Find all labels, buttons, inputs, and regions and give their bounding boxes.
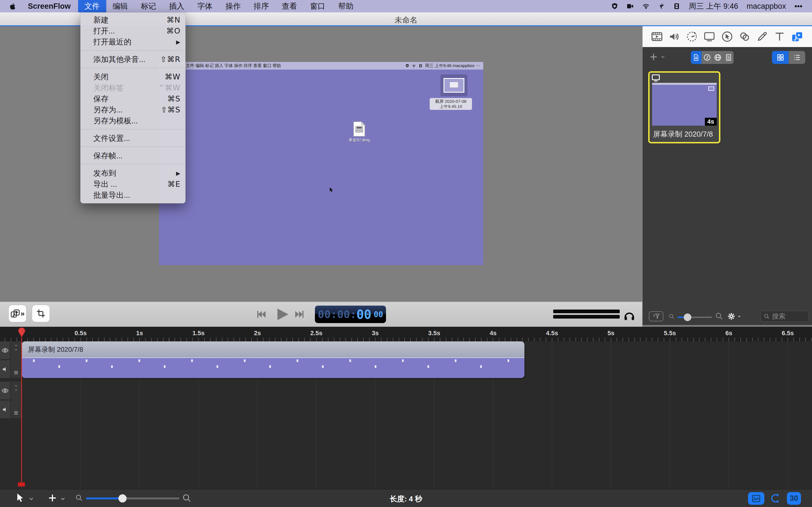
- menu-window[interactable]: 窗口: [304, 0, 332, 12]
- tab-touch-callout[interactable]: [739, 31, 751, 43]
- menu-actions[interactable]: 操作: [219, 0, 247, 12]
- show-media-library-button[interactable]: »: [8, 305, 27, 322]
- grid-view-button[interactable]: [772, 51, 789, 64]
- crop-button[interactable]: [32, 305, 50, 322]
- menu-font[interactable]: 字体: [191, 0, 219, 12]
- tab-annotations[interactable]: [756, 31, 768, 43]
- add-media-button[interactable]: [649, 52, 666, 62]
- zoom-in-icon[interactable]: [715, 312, 723, 320]
- shield-icon[interactable]: [611, 3, 618, 10]
- timeline-ruler[interactable]: 0.5s 1s 1.5s 2s 2.5s 3s 3.5s 4s 4.5s 5s …: [0, 327, 812, 341]
- eye-icon: [1, 387, 9, 394]
- list-view-button[interactable]: [789, 51, 805, 64]
- plus-icon: [649, 52, 658, 62]
- playhead-line[interactable]: [21, 330, 22, 484]
- canvas-preview[interactable]: ScreenFlow 文件 编辑 标记 插入 字体 操作 排序 查看 窗口 帮助…: [159, 62, 483, 265]
- chevron-down-icon: [660, 54, 666, 60]
- user-name[interactable]: macappbox: [747, 2, 786, 11]
- menu-item-save-as-template[interactable]: 另存为模板...: [80, 115, 186, 126]
- show-thumbnails-button[interactable]: [748, 492, 764, 505]
- menu-view[interactable]: 查看: [275, 0, 304, 12]
- menu-item-new[interactable]: 新建⌘N: [80, 14, 186, 25]
- menu-app-name[interactable]: ScreenFlow: [20, 2, 78, 11]
- tab-video-motion[interactable]: [686, 31, 698, 43]
- track1-mute-toggle[interactable]: [0, 360, 10, 378]
- apple-menu[interactable]: [10, 3, 17, 10]
- tab-screen-recording[interactable]: [703, 31, 715, 43]
- bird-icon[interactable]: [658, 3, 665, 10]
- framerate-button[interactable]: 30: [787, 492, 801, 505]
- tab-media-library[interactable]: [791, 31, 804, 43]
- chevron-down-icon[interactable]: [13, 388, 18, 392]
- menu-separator: [80, 68, 186, 68]
- menu-help[interactable]: 帮助: [332, 0, 360, 12]
- library-settings-button[interactable]: [727, 312, 742, 321]
- more-dots[interactable]: •••: [795, 2, 802, 11]
- timeline-clip[interactable]: 屏幕录制 2020/7/8: [22, 341, 524, 378]
- menu-file[interactable]: 文件: [78, 0, 106, 12]
- track-1: 屏幕录制 2020/7/8: [0, 341, 812, 378]
- headphones-monitor-button[interactable]: [622, 309, 636, 322]
- menu-item-publish-to[interactable]: 发布到▶: [80, 168, 186, 179]
- wifi-icon[interactable]: [642, 3, 650, 10]
- audio-meter-right: [553, 315, 620, 319]
- menu-item-batch-export[interactable]: 批量导出...: [80, 189, 186, 201]
- track1-controls: [11, 341, 21, 378]
- library-search-field[interactable]: [760, 311, 809, 322]
- filter-icon: [652, 312, 660, 321]
- zoom-out-icon[interactable]: [668, 313, 675, 320]
- playhead-handle[interactable]: [18, 327, 26, 338]
- tab-text[interactable]: [774, 31, 785, 43]
- track1-visibility-toggle[interactable]: [0, 341, 10, 359]
- menu-bar-status: 周三 上午 9:46 macappbox •••: [611, 1, 812, 11]
- menu-item-document-settings[interactable]: 文件设置...: [80, 133, 186, 144]
- play-button[interactable]: [274, 306, 290, 323]
- source-music-button[interactable]: [702, 51, 712, 64]
- speaker-icon: [2, 406, 8, 413]
- menu-item-save[interactable]: 保存⌘S: [80, 93, 186, 104]
- menu-edit[interactable]: 编辑: [106, 0, 135, 12]
- snapping-toggle[interactable]: [770, 493, 781, 504]
- menu-item-save-as[interactable]: 另存为...⇧⌘S: [80, 104, 186, 115]
- track2-mute-toggle[interactable]: [0, 400, 10, 418]
- ruler-label: 1s: [136, 330, 143, 337]
- recorded-desktop-file: 拳皇97.dmg: [345, 121, 373, 143]
- tab-callout[interactable]: [721, 31, 733, 43]
- chevron-up-icon[interactable]: [13, 384, 18, 388]
- ruler-label: 6s: [725, 330, 732, 337]
- menu-mark[interactable]: 标记: [135, 0, 163, 12]
- ruler-label: 2.5s: [310, 330, 322, 337]
- search-input[interactable]: [772, 313, 803, 320]
- menu-insert[interactable]: 插入: [163, 0, 191, 12]
- slider-thumb[interactable]: [684, 314, 691, 321]
- playhead-foot[interactable]: [18, 482, 25, 487]
- source-documents-button[interactable]: [691, 51, 702, 64]
- track-menu-icon[interactable]: [13, 370, 19, 376]
- chevron-up-icon[interactable]: [13, 344, 18, 347]
- source-stock-button[interactable]: [723, 51, 733, 64]
- recorded-mouse-cursor: [328, 187, 335, 193]
- media-item-selected[interactable]: 4s 屏幕录制 2020/7/8: [648, 71, 720, 144]
- go-to-end-button[interactable]: [293, 309, 306, 320]
- track2-visibility-toggle[interactable]: [0, 382, 10, 399]
- clock-text[interactable]: 周三 上午 9:46: [689, 1, 738, 11]
- thumbnail-size-slider[interactable]: [677, 317, 712, 318]
- tab-video-properties[interactable]: [651, 31, 663, 43]
- menu-item-close[interactable]: 关闭⌘W: [80, 71, 186, 82]
- menu-item-add-recording[interactable]: 添加其他录音...⇧⌘R: [80, 54, 186, 65]
- recorded-status-text: 周三 上午9:46 macappbox ⋯: [405, 63, 480, 68]
- recorded-menu-bar: ScreenFlow 文件 编辑 标记 插入 字体 操作 排序 查看 窗口 帮助…: [159, 62, 483, 69]
- source-web-button[interactable]: [712, 51, 723, 64]
- filter-button[interactable]: [649, 311, 663, 321]
- track-menu-icon[interactable]: [13, 410, 19, 416]
- menu-item-save-frame[interactable]: 保存帧...: [80, 150, 186, 161]
- go-to-start-button[interactable]: [255, 309, 267, 320]
- camera-icon[interactable]: [626, 3, 634, 10]
- menu-arrange[interactable]: 排序: [247, 0, 275, 12]
- menu-item-open[interactable]: 打开...⌘O: [80, 25, 186, 36]
- menu-item-open-recent[interactable]: 打开最近的▶: [80, 36, 186, 47]
- chevron-down-icon[interactable]: [13, 348, 18, 351]
- tab-audio-properties[interactable]: [668, 31, 680, 43]
- filmstrip-menu-icon[interactable]: [673, 3, 680, 10]
- menu-item-export[interactable]: 导出 ...⌘E: [80, 179, 186, 189]
